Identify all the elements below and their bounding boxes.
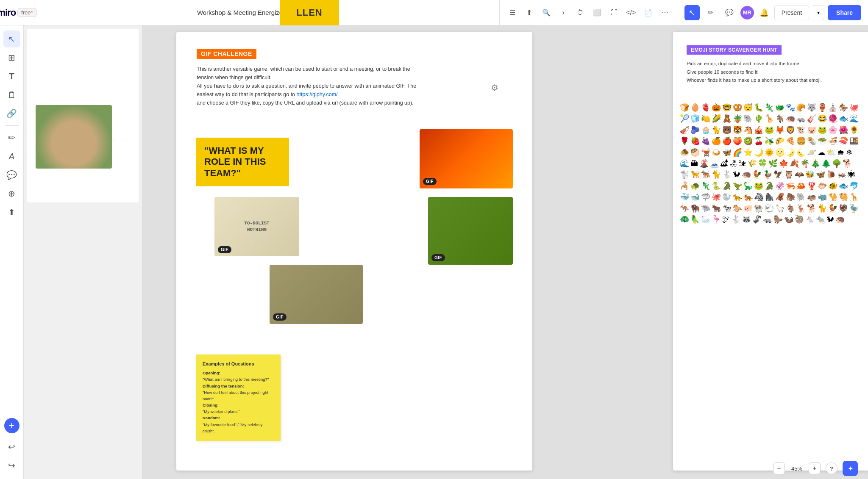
emoji-item: ☁ xyxy=(818,148,825,158)
giphy-link[interactable]: https://giphy.com/ xyxy=(297,91,338,97)
zoom-in-button[interactable]: + xyxy=(809,462,821,474)
zoom-out-button[interactable]: − xyxy=(773,462,785,474)
emoji-item: 🍱 xyxy=(849,136,859,146)
add-button[interactable]: + xyxy=(4,418,19,433)
emoji-item: 🐏 xyxy=(754,204,763,213)
emoji-item: 🐀 xyxy=(816,215,825,224)
emoji-item: 😂 xyxy=(818,114,827,124)
emoji-item: 🐕 xyxy=(843,159,852,169)
emoji-item: 🍓 xyxy=(690,136,700,146)
emoji-section: EMOJI STORY SCAVENGER HUNT Pick an emoji… xyxy=(673,32,868,91)
emoji-item: 🦛 xyxy=(807,192,816,202)
present-button[interactable]: Present xyxy=(774,5,809,20)
links-tool[interactable]: 🔗 xyxy=(3,105,20,122)
more-tools-button[interactable]: ⋯ xyxy=(657,5,673,20)
code-button[interactable]: </> xyxy=(623,5,639,20)
emoji-item: 🥙 xyxy=(690,148,700,158)
emoji-item: 🐺 xyxy=(807,103,816,113)
cursor-tool-button[interactable]: ↖ xyxy=(684,5,700,20)
frames-tool[interactable]: ⊞ xyxy=(3,49,20,66)
comments-tool[interactable]: 💬 xyxy=(3,166,20,183)
emoji-item: 🦕 xyxy=(743,181,753,191)
menu-button[interactable]: ☰ xyxy=(505,5,520,20)
emoji-item: 🦔 xyxy=(786,114,795,124)
emoji-item: 🐈 xyxy=(712,170,721,180)
emoji-item: 🎸 xyxy=(807,114,816,124)
fullscreen-button[interactable]: ⛶ xyxy=(606,5,622,20)
magic-button[interactable]: ✦ xyxy=(843,461,858,476)
emoji-item: 🫒 xyxy=(765,136,774,146)
comment-tool-button[interactable]: 💬 xyxy=(722,5,737,20)
emoji-item: 🦨 xyxy=(752,215,762,224)
emoji-item: 🍛 xyxy=(712,148,721,158)
emoji-item: 🐊 xyxy=(765,181,774,191)
doc-button[interactable]: 📄 xyxy=(640,5,656,20)
emoji-item: 😴 xyxy=(743,103,753,113)
present-dropdown-button[interactable]: ▾ xyxy=(812,5,824,20)
slide-5: EMOJI STORY SCAVENGER HUNT Pick an emoji… xyxy=(673,32,868,471)
topbar-right: ↖ ✏ 💬 MR 🔔 Present ▾ Share xyxy=(678,5,868,20)
undo-button[interactable]: ↩ xyxy=(3,438,20,455)
gif-badge-2: GIF xyxy=(218,246,231,253)
thumbnail-4-inner: → xyxy=(27,29,139,202)
gif-challenge-section: GIF CHALLENGE This is another versatile … xyxy=(176,32,532,124)
emoji-item: 🧶 xyxy=(828,114,837,124)
emoji-item: 🦥 xyxy=(795,215,804,224)
search-button[interactable]: 🔍 xyxy=(539,5,554,20)
emoji-item: 🦡 xyxy=(763,215,772,224)
avatar[interactable]: MR xyxy=(740,6,754,19)
canvas-area[interactable]: 4. 5. GIF CHALLENGE This is another vers… xyxy=(142,25,868,479)
emoji-item: 🏇 xyxy=(839,103,848,113)
notification-button[interactable]: 🔔 xyxy=(757,6,771,19)
emoji-item: 🌜 xyxy=(796,148,806,158)
font-tool[interactable]: A xyxy=(3,148,20,165)
emoji-item: 🐇 xyxy=(722,170,732,180)
thumbnail-slide-4[interactable]: → xyxy=(24,25,142,208)
emoji-item: 🥚 xyxy=(690,103,700,113)
pen-tool-button[interactable]: ✏ xyxy=(703,5,718,20)
emoji-item: 🐮 xyxy=(796,125,806,135)
emoji-item: 🧊 xyxy=(690,114,700,124)
share-options-button[interactable]: ⬆ xyxy=(522,5,537,20)
emoji-item: 🦜 xyxy=(690,215,700,224)
emoji-item: 🍋 xyxy=(701,114,710,124)
todo-text: TO-DOLISTNOTHING xyxy=(244,220,269,233)
upload-tool[interactable]: ⬆ xyxy=(3,204,20,221)
gif-challenge-text: This is another versatile game, which ca… xyxy=(197,65,417,107)
gif-badge-1: GIF xyxy=(423,178,437,185)
emoji-item: 🐯 xyxy=(733,125,742,135)
yellow-note: Examples of Questions Opening: "What am … xyxy=(196,354,281,441)
help-button[interactable]: ? xyxy=(826,462,837,474)
emoji-item: 🍣 xyxy=(839,136,848,146)
emoji-item: 🦒 xyxy=(765,114,774,124)
draw-tool[interactable]: ✏ xyxy=(3,129,20,146)
emoji-item: 🥝 xyxy=(743,136,753,146)
emoji-item: ⛅ xyxy=(826,148,836,158)
select-tool[interactable]: ↖ xyxy=(3,30,20,47)
frame-button[interactable]: ⬜ xyxy=(590,5,605,20)
chevron-right-button[interactable]: › xyxy=(556,5,571,20)
gif-badge-4: GIF xyxy=(273,313,287,321)
emoji-item: 🌹 xyxy=(680,136,689,146)
text-tool[interactable]: T xyxy=(3,68,20,85)
redo-button[interactable]: ↪ xyxy=(3,457,20,474)
emoji-item: 🌿 xyxy=(768,159,778,169)
emoji-item: 🐊 xyxy=(722,181,732,191)
share-button[interactable]: Share xyxy=(828,5,861,20)
timer-button[interactable]: ⏱ xyxy=(573,5,588,20)
emoji-item: 🌋 xyxy=(699,159,709,169)
emoji-item: 🦋 xyxy=(722,148,732,158)
emoji-item: 🐛 xyxy=(754,103,763,113)
emoji-item: 🦚 xyxy=(680,215,689,224)
emoji-item: 🎻 xyxy=(680,125,689,135)
emoji-item: 🐸 xyxy=(754,181,763,191)
emoji-item: 🥨 xyxy=(733,103,742,113)
emoji-item: 🦣 xyxy=(786,192,795,202)
emoji-item: 🦃 xyxy=(839,204,848,213)
notes-tool[interactable]: 🗒 xyxy=(3,86,20,103)
emoji-item: 🤓 xyxy=(722,103,732,113)
emoji-item: 🦎 xyxy=(765,103,774,113)
emoji-item: ⛪ xyxy=(828,103,837,113)
crop-tool[interactable]: ⊕ xyxy=(3,185,20,202)
emoji-item: 🦖 xyxy=(733,181,742,191)
